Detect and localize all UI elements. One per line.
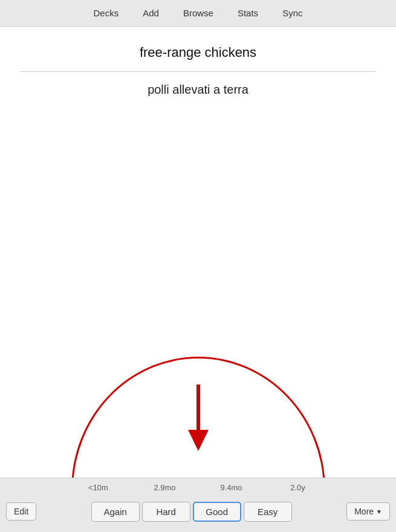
top-navigation: Decks Add Browse Stats Sync	[0, 0, 396, 27]
answer-row: Edit Again Hard Good Easy More ▼	[0, 496, 396, 527]
svg-marker-1	[188, 430, 209, 451]
answer-buttons-group: Again Hard Good Easy	[36, 502, 346, 522]
nav-browse[interactable]: Browse	[171, 2, 226, 24]
good-button[interactable]: Good	[193, 502, 241, 522]
nav-add[interactable]: Add	[131, 2, 171, 24]
annotation-arrow	[183, 384, 213, 459]
dropdown-arrow-icon: ▼	[376, 508, 382, 515]
nav-stats[interactable]: Stats	[226, 2, 270, 24]
again-button[interactable]: Again	[91, 502, 140, 522]
hard-button[interactable]: Hard	[142, 502, 190, 522]
card-back-text: polli allevati a terra	[0, 77, 396, 103]
nav-decks[interactable]: Decks	[82, 2, 131, 24]
easy-timing-label: 2.0y	[265, 483, 331, 492]
card-content: free-range chickens polli allevati a ter…	[0, 27, 396, 478]
hard-timing-label: 2.9mo	[132, 483, 198, 492]
again-timing-label: <10m	[65, 483, 132, 492]
card-divider	[20, 71, 377, 72]
easy-button[interactable]: Easy	[244, 502, 292, 522]
timing-row: <10m 2.9mo 9.4mo 2.0y	[0, 478, 396, 496]
good-timing-label: 9.4mo	[198, 483, 265, 492]
card-front-text: free-range chickens	[0, 27, 396, 66]
more-button-label: More	[354, 507, 374, 516]
more-button[interactable]: More ▼	[346, 502, 390, 521]
bottom-toolbar: <10m 2.9mo 9.4mo 2.0y Edit Again Hard Go…	[0, 478, 396, 532]
edit-button[interactable]: Edit	[6, 502, 36, 521]
nav-sync[interactable]: Sync	[270, 2, 314, 24]
